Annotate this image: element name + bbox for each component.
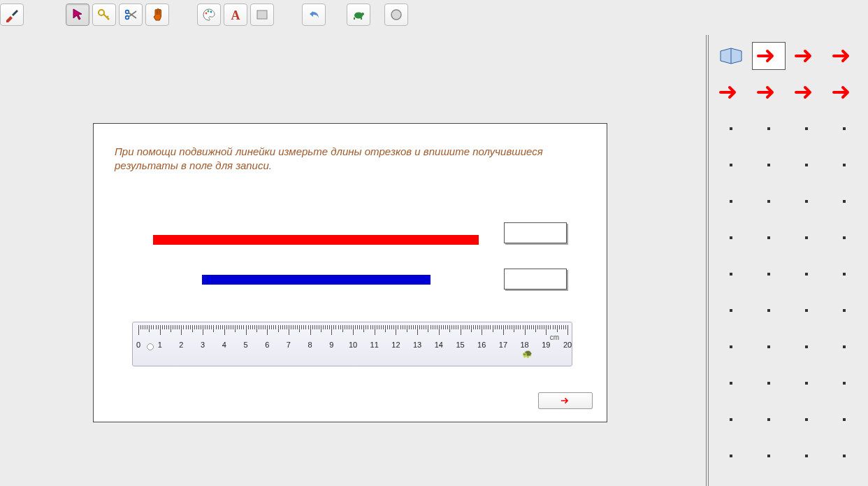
ruler-label: 18 (520, 341, 528, 349)
page-thumb-44[interactable] (827, 406, 861, 434)
page-thumb-9[interactable] (714, 115, 748, 143)
page-thumb-40[interactable] (827, 369, 861, 397)
ruler-label: 13 (413, 341, 421, 349)
key-tool-button[interactable] (92, 3, 116, 26)
page-thumb-4[interactable] (827, 42, 861, 70)
page-thumb-28[interactable] (827, 260, 861, 288)
text-A-tool-button[interactable] (224, 3, 247, 26)
ruler-label: 8 (308, 341, 312, 349)
page-thumb-20[interactable] (827, 187, 861, 215)
page-thumb-31[interactable] (790, 296, 823, 324)
ruler-label: 2 (179, 341, 183, 349)
page-thumb-7[interactable] (790, 78, 823, 106)
page-thumb-11[interactable] (790, 115, 823, 143)
ruler-hole (147, 343, 154, 350)
page-thumb-47[interactable] (790, 442, 823, 470)
page-thumb-21[interactable] (714, 224, 748, 252)
page-thumb-12[interactable] (827, 115, 861, 143)
page-thumb-43[interactable] (790, 406, 823, 434)
segment-blue (202, 275, 431, 285)
ruler-label: 10 (349, 341, 357, 349)
answer-input-1[interactable] (504, 222, 567, 243)
ruler-label: 15 (456, 341, 464, 349)
ruler-label: 17 (499, 341, 507, 349)
page-thumb-3[interactable] (790, 42, 823, 70)
hand-tool-button[interactable] (145, 3, 169, 26)
ruler-label: 5 (243, 341, 247, 349)
instruction-text: При помощи подвижной линейки измерьте дл… (115, 145, 565, 173)
ruler-label: 6 (265, 341, 269, 349)
page-thumb-33[interactable] (714, 333, 748, 361)
ruler-label: 7 (287, 341, 291, 349)
page-thumb-1[interactable] (714, 42, 748, 70)
ruler-label: 11 (370, 341, 379, 349)
page-thumb-14[interactable] (752, 151, 786, 179)
turtle-tool-button[interactable] (347, 3, 370, 26)
ruler[interactable]: 01234567891011121314151617181920 cm 🐢 (132, 322, 572, 366)
page-thumb-8[interactable] (827, 78, 861, 106)
ruler-label: 3 (201, 341, 205, 349)
page-thumb-30[interactable] (752, 296, 786, 324)
page-thumb-19[interactable] (790, 187, 823, 215)
page-thumbnail-panel (706, 35, 868, 486)
ruler-label: 4 (222, 341, 226, 349)
page-thumb-16[interactable] (827, 151, 861, 179)
page-thumb-5[interactable] (714, 78, 748, 106)
page-thumb-18[interactable] (752, 187, 786, 215)
page-thumb-25[interactable] (714, 260, 748, 288)
page-thumb-38[interactable] (752, 369, 786, 397)
circle-tool-button[interactable] (384, 3, 408, 26)
next-button[interactable] (538, 392, 593, 409)
ruler-unit-label: cm (550, 334, 559, 341)
page-thumb-36[interactable] (827, 333, 861, 361)
answer-input-2[interactable] (504, 269, 567, 290)
page-thumb-41[interactable] (714, 406, 748, 434)
ruler-label: 20 (563, 341, 572, 349)
page-thumb-10[interactable] (752, 115, 786, 143)
page-thumb-42[interactable] (752, 406, 786, 434)
brush-tool-button[interactable] (0, 3, 24, 26)
page-thumb-13[interactable] (714, 151, 748, 179)
page-thumb-37[interactable] (714, 369, 748, 397)
page-thumb-27[interactable] (790, 260, 823, 288)
segment-red (153, 235, 479, 245)
ruler-label: 1 (158, 341, 162, 349)
ruler-label: 12 (391, 341, 400, 349)
ruler-label: 9 (329, 341, 333, 349)
ruler-label: 19 (542, 341, 550, 349)
page-thumb-35[interactable] (790, 333, 823, 361)
page-thumb-32[interactable] (827, 296, 861, 324)
toolbar (0, 1, 408, 28)
page-thumb-45[interactable] (714, 442, 748, 470)
rect-tool-button[interactable] (250, 3, 274, 26)
page-thumb-6[interactable] (752, 78, 786, 106)
page-thumb-22[interactable] (752, 224, 786, 252)
page-thumb-23[interactable] (790, 224, 823, 252)
page-thumb-39[interactable] (790, 369, 823, 397)
worksheet-card: При помощи подвижной линейки измерьте дл… (93, 123, 607, 422)
ruler-label: 0 (136, 341, 140, 349)
page-thumb-29[interactable] (714, 296, 748, 324)
ruler-label: 16 (477, 341, 486, 349)
page-thumb-46[interactable] (752, 442, 786, 470)
ruler-label: 14 (435, 341, 443, 349)
page-thumb-17[interactable] (714, 187, 748, 215)
page-thumb-26[interactable] (752, 260, 786, 288)
page-thumb-48[interactable] (827, 442, 861, 470)
palette-tool-button[interactable] (197, 3, 221, 26)
page-thumb-15[interactable] (790, 151, 823, 179)
scissors-tool-button[interactable] (119, 3, 143, 26)
page-thumb-34[interactable] (752, 333, 786, 361)
pointer-tool-button[interactable] (66, 3, 89, 26)
ruler-decor-icon: 🐢 (522, 349, 533, 359)
page-thumb-2[interactable] (752, 42, 786, 70)
page-thumb-24[interactable] (827, 224, 861, 252)
undo-tool-button[interactable] (302, 3, 326, 26)
